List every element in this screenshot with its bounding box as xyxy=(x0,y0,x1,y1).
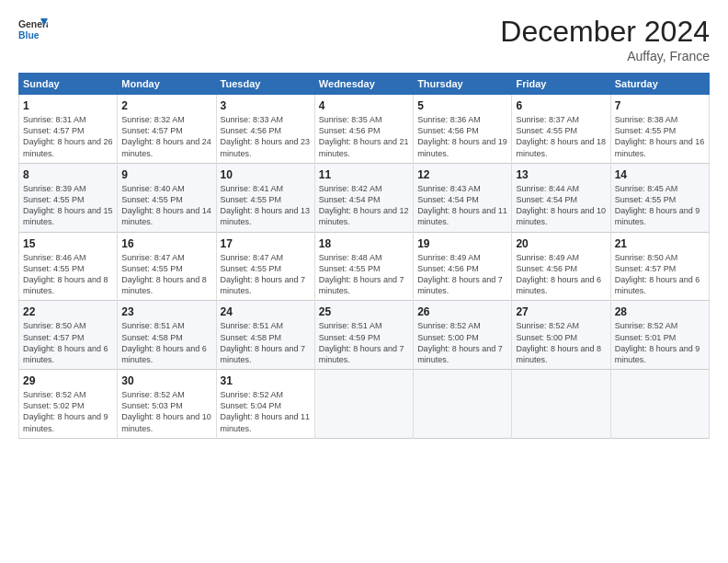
calendar-cell: 16Sunrise: 8:47 AMSunset: 4:55 PMDayligh… xyxy=(118,232,216,301)
sunset-text: Sunset: 4:54 PM xyxy=(516,194,606,205)
calendar-cell: 14Sunrise: 8:45 AMSunset: 4:55 PMDayligh… xyxy=(610,163,709,232)
day-number: 20 xyxy=(516,236,606,251)
sunrise-text: Sunrise: 8:50 AM xyxy=(615,252,705,263)
day-number: 16 xyxy=(121,236,211,251)
sunrise-text: Sunrise: 8:52 AM xyxy=(417,320,507,331)
calendar-cell: 12Sunrise: 8:43 AMSunset: 4:54 PMDayligh… xyxy=(414,163,512,232)
sunset-text: Sunset: 5:01 PM xyxy=(615,332,705,343)
calendar-cell: 9Sunrise: 8:40 AMSunset: 4:55 PMDaylight… xyxy=(118,163,216,232)
daylight-text: Daylight: 8 hours and 6 minutes. xyxy=(23,343,113,365)
month-title: December 2024 xyxy=(500,15,710,49)
sunset-text: Sunset: 4:55 PM xyxy=(121,194,211,205)
sunrise-text: Sunrise: 8:50 AM xyxy=(23,320,113,331)
calendar-cell xyxy=(610,370,709,439)
sunset-text: Sunset: 4:56 PM xyxy=(417,263,507,274)
day-header-thursday: Thursday xyxy=(414,74,512,95)
calendar-week-4: 22Sunrise: 8:50 AMSunset: 4:57 PMDayligh… xyxy=(19,301,710,370)
sunset-text: Sunset: 4:56 PM xyxy=(221,125,311,136)
svg-text:Blue: Blue xyxy=(18,30,40,40)
sunset-text: Sunset: 4:56 PM xyxy=(417,125,507,136)
day-number: 22 xyxy=(23,304,113,319)
day-number: 24 xyxy=(221,304,311,319)
day-number: 2 xyxy=(121,98,211,113)
sunset-text: Sunset: 5:04 PM xyxy=(221,400,311,411)
calendar-cell: 27Sunrise: 8:52 AMSunset: 5:00 PMDayligh… xyxy=(512,301,610,370)
day-number: 21 xyxy=(615,236,705,251)
sunset-text: Sunset: 4:57 PM xyxy=(121,125,211,136)
location: Auffay, France xyxy=(500,49,710,63)
sunrise-text: Sunrise: 8:39 AM xyxy=(23,183,113,194)
daylight-text: Daylight: 8 hours and 16 minutes. xyxy=(615,136,705,158)
day-number: 18 xyxy=(319,236,409,251)
daylight-text: Daylight: 8 hours and 8 minutes. xyxy=(516,343,606,365)
calendar-week-3: 15Sunrise: 8:46 AMSunset: 4:55 PMDayligh… xyxy=(19,232,710,301)
daylight-text: Daylight: 8 hours and 24 minutes. xyxy=(121,136,211,158)
sunset-text: Sunset: 5:00 PM xyxy=(417,332,507,343)
logo-icon: General Blue xyxy=(18,15,48,44)
daylight-text: Daylight: 8 hours and 19 minutes. xyxy=(417,136,507,158)
daylight-text: Daylight: 8 hours and 9 minutes. xyxy=(23,411,113,433)
sunrise-text: Sunrise: 8:37 AM xyxy=(516,114,606,125)
calendar-cell: 28Sunrise: 8:52 AMSunset: 5:01 PMDayligh… xyxy=(610,301,709,370)
sunrise-text: Sunrise: 8:48 AM xyxy=(319,252,409,263)
calendar-cell: 2Sunrise: 8:32 AMSunset: 4:57 PMDaylight… xyxy=(118,95,216,164)
day-number: 6 xyxy=(516,98,606,113)
day-number: 26 xyxy=(417,304,507,319)
calendar-week-5: 29Sunrise: 8:52 AMSunset: 5:02 PMDayligh… xyxy=(19,370,710,439)
day-number: 27 xyxy=(516,304,606,319)
calendar-cell: 25Sunrise: 8:51 AMSunset: 4:59 PMDayligh… xyxy=(314,301,413,370)
calendar-cell: 20Sunrise: 8:49 AMSunset: 4:56 PMDayligh… xyxy=(512,232,610,301)
sunset-text: Sunset: 5:03 PM xyxy=(121,400,211,411)
calendar-cell: 1Sunrise: 8:31 AMSunset: 4:57 PMDaylight… xyxy=(19,95,118,164)
sunset-text: Sunset: 4:55 PM xyxy=(23,194,113,205)
sunrise-text: Sunrise: 8:41 AM xyxy=(221,183,311,194)
sunset-text: Sunset: 4:55 PM xyxy=(615,194,705,205)
sunrise-text: Sunrise: 8:51 AM xyxy=(121,320,211,331)
daylight-text: Daylight: 8 hours and 7 minutes. xyxy=(221,274,311,296)
day-number: 31 xyxy=(221,373,311,388)
daylight-text: Daylight: 8 hours and 7 minutes. xyxy=(319,274,409,296)
daylight-text: Daylight: 8 hours and 6 minutes. xyxy=(615,274,705,296)
calendar-cell: 3Sunrise: 8:33 AMSunset: 4:56 PMDaylight… xyxy=(216,95,314,164)
header: General Blue December 2024 Auffay, Franc… xyxy=(18,15,710,63)
calendar-cell: 23Sunrise: 8:51 AMSunset: 4:58 PMDayligh… xyxy=(118,301,216,370)
sunrise-text: Sunrise: 8:52 AM xyxy=(516,320,606,331)
calendar-cell xyxy=(414,370,512,439)
calendar-cell: 11Sunrise: 8:42 AMSunset: 4:54 PMDayligh… xyxy=(314,163,413,232)
day-number: 23 xyxy=(121,304,211,319)
calendar-cell: 4Sunrise: 8:35 AMSunset: 4:56 PMDaylight… xyxy=(314,95,413,164)
sunset-text: Sunset: 4:58 PM xyxy=(221,332,311,343)
day-number: 17 xyxy=(221,236,311,251)
daylight-text: Daylight: 8 hours and 10 minutes. xyxy=(516,205,606,227)
sunrise-text: Sunrise: 8:52 AM xyxy=(121,389,211,400)
day-number: 28 xyxy=(615,304,705,319)
calendar-week-1: 1Sunrise: 8:31 AMSunset: 4:57 PMDaylight… xyxy=(19,95,710,164)
daylight-text: Daylight: 8 hours and 8 minutes. xyxy=(121,274,211,296)
sunrise-text: Sunrise: 8:44 AM xyxy=(516,183,606,194)
day-number: 29 xyxy=(23,373,113,388)
sunrise-text: Sunrise: 8:52 AM xyxy=(23,389,113,400)
day-number: 13 xyxy=(516,167,606,182)
sunset-text: Sunset: 4:55 PM xyxy=(221,263,311,274)
daylight-text: Daylight: 8 hours and 15 minutes. xyxy=(23,205,113,227)
calendar-cell: 18Sunrise: 8:48 AMSunset: 4:55 PMDayligh… xyxy=(314,232,413,301)
sunset-text: Sunset: 4:56 PM xyxy=(516,263,606,274)
sunrise-text: Sunrise: 8:43 AM xyxy=(417,183,507,194)
daylight-text: Daylight: 8 hours and 23 minutes. xyxy=(221,136,311,158)
calendar-cell: 24Sunrise: 8:51 AMSunset: 4:58 PMDayligh… xyxy=(216,301,314,370)
sunset-text: Sunset: 4:54 PM xyxy=(417,194,507,205)
sunrise-text: Sunrise: 8:51 AM xyxy=(319,320,409,331)
sunset-text: Sunset: 4:57 PM xyxy=(23,332,113,343)
sunrise-text: Sunrise: 8:46 AM xyxy=(23,252,113,263)
sunrise-text: Sunrise: 8:36 AM xyxy=(417,114,507,125)
daylight-text: Daylight: 8 hours and 9 minutes. xyxy=(615,343,705,365)
calendar-cell xyxy=(512,370,610,439)
sunrise-text: Sunrise: 8:52 AM xyxy=(221,389,311,400)
day-header-wednesday: Wednesday xyxy=(314,74,413,95)
daylight-text: Daylight: 8 hours and 11 minutes. xyxy=(417,205,507,227)
daylight-text: Daylight: 8 hours and 8 minutes. xyxy=(23,274,113,296)
sunrise-text: Sunrise: 8:38 AM xyxy=(615,114,705,125)
sunset-text: Sunset: 5:00 PM xyxy=(516,332,606,343)
sunrise-text: Sunrise: 8:33 AM xyxy=(221,114,311,125)
daylight-text: Daylight: 8 hours and 14 minutes. xyxy=(121,205,211,227)
